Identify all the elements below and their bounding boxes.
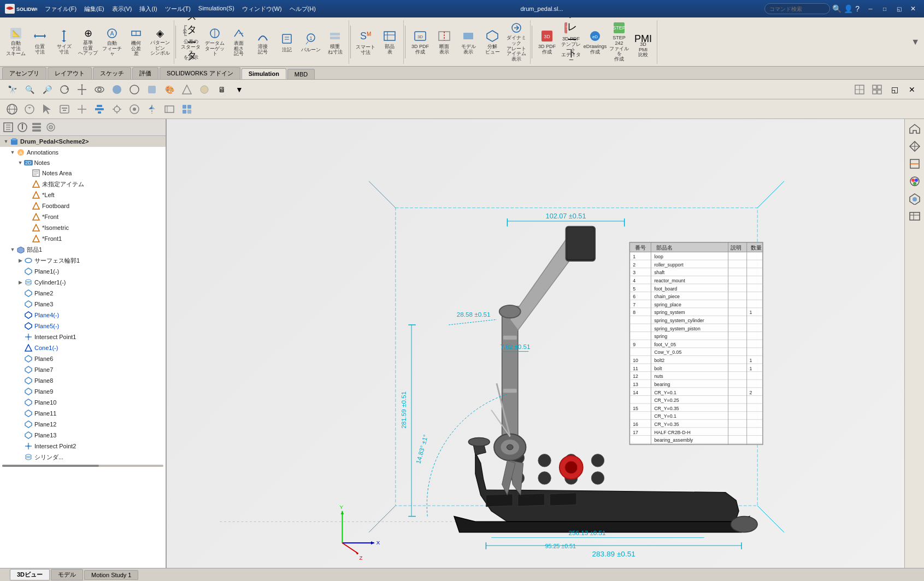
dtb-wireframe[interactable] bbox=[127, 82, 142, 97]
tree-plane5[interactable]: ▶ Plane5(-) bbox=[0, 321, 166, 331]
restore-button[interactable]: □ bbox=[878, 3, 891, 14]
tree-annotations[interactable]: ▼ A Annotations bbox=[0, 147, 166, 158]
menu-edit[interactable]: 編集(E) bbox=[81, 4, 108, 14]
tb-auto-dim[interactable]: 📐 自動寸法スキーム bbox=[4, 28, 27, 56]
tab-evaluate[interactable]: 評価 bbox=[132, 67, 158, 79]
tree-unspecified[interactable]: ▶ 未指定アイテム bbox=[0, 179, 166, 189]
panel-config-icon[interactable] bbox=[31, 121, 43, 133]
minimize-button[interactable]: ─ bbox=[864, 3, 877, 14]
tree-plane12[interactable]: ▶ Plane12 bbox=[0, 419, 166, 430]
tb-pattern[interactable]: ◈ パターンピンシンボル bbox=[149, 28, 172, 56]
tree-isometric[interactable]: ▶ *Isometric bbox=[0, 222, 166, 233]
tree-part1-arrow[interactable]: ▼ bbox=[9, 246, 16, 253]
bottom-tab-3d[interactable]: モデル bbox=[51, 569, 83, 580]
panel-property-icon[interactable] bbox=[16, 121, 28, 133]
tb-part-bom[interactable]: 部品表 bbox=[378, 28, 401, 56]
tab-layout[interactable]: レイアウト bbox=[48, 67, 92, 79]
tb-note[interactable]: 注記 bbox=[275, 28, 298, 56]
tb-weld[interactable]: 溶接記号 bbox=[251, 28, 274, 56]
user-icon[interactable]: 👤 bbox=[844, 4, 853, 13]
tree-surface-contour[interactable]: ▶ サーフェス輪郭1 bbox=[0, 255, 166, 266]
dtb-pan[interactable] bbox=[74, 82, 90, 97]
dtb-panel-close[interactable]: ✕ bbox=[904, 82, 920, 97]
tree-root[interactable]: ▼ Drum_Pedal<Scheme2> bbox=[0, 136, 166, 147]
tree-notes-area[interactable]: ▶ Notes Area bbox=[0, 168, 166, 179]
tb-explode[interactable]: 分解ビュー bbox=[481, 28, 504, 56]
dtb-scene[interactable] bbox=[179, 82, 195, 97]
dtb-appearance[interactable]: 🎨 bbox=[162, 82, 177, 97]
rtb-table[interactable] bbox=[907, 209, 922, 224]
tb-edrawings[interactable]: eD eDrawings作成 bbox=[584, 28, 607, 56]
maximize-button[interactable]: ◱ bbox=[892, 3, 905, 14]
menu-tools[interactable]: ツール(T) bbox=[162, 4, 194, 14]
tree-intersect2[interactable]: ▶ Intersect Point2 bbox=[0, 441, 166, 452]
command-search-input[interactable] bbox=[764, 3, 830, 14]
help-icon[interactable]: ? bbox=[855, 4, 860, 13]
dtb2-move2[interactable] bbox=[74, 102, 90, 117]
tree-notes-arrow[interactable]: ▼ bbox=[16, 159, 24, 167]
rtb-appearance[interactable] bbox=[907, 174, 922, 189]
tree-cylinder1[interactable]: ▶ Cylinder1(-) bbox=[0, 277, 166, 288]
menu-file[interactable]: ファイル(F) bbox=[42, 4, 80, 14]
tb-surface-finish[interactable]: 表面粗さ記号 bbox=[227, 28, 250, 56]
dtb-rotate[interactable] bbox=[57, 82, 72, 97]
tb-auto-feature[interactable]: A 自動フィーチャ bbox=[101, 28, 123, 56]
tb-position-dim[interactable]: 位置寸法 bbox=[28, 28, 51, 56]
tree-plane10[interactable]: ▶ Plane10 bbox=[0, 397, 166, 408]
tb-base-pos[interactable]: ⊕ 基準位置へアップ bbox=[76, 28, 99, 56]
dtb2-target[interactable] bbox=[127, 102, 142, 117]
tree-plane8[interactable]: ▶ Plane8 bbox=[0, 375, 166, 386]
panel-target-icon[interactable] bbox=[45, 121, 57, 133]
tree-plane13[interactable]: ▶ Plane13 bbox=[0, 430, 166, 441]
dtb-extra[interactable]: ▼ bbox=[232, 82, 247, 97]
tree-annotations-arrow[interactable]: ▼ bbox=[9, 149, 16, 156]
tree-left-view[interactable]: ▶ *Left bbox=[0, 189, 166, 200]
tb-geo-tol[interactable]: 機何公差差 bbox=[125, 28, 148, 56]
tree-notes[interactable]: ▼ 2D Notes bbox=[0, 158, 166, 168]
tab-assembly[interactable]: アセンブリ bbox=[2, 67, 46, 79]
tree-plane11[interactable]: ▶ Plane11 bbox=[0, 408, 166, 419]
tree-plane6[interactable]: ▶ Plane6 bbox=[0, 353, 166, 364]
tree-plane7[interactable]: ▶ Plane7 bbox=[0, 364, 166, 375]
menu-view[interactable]: 表示(V) bbox=[109, 4, 136, 14]
dtb-full-screen[interactable] bbox=[869, 82, 885, 97]
dtb-view3[interactable]: 🔎 bbox=[39, 82, 55, 97]
dtb-display-mode[interactable] bbox=[144, 82, 160, 97]
toolbar-expand-btn[interactable]: ▼ bbox=[911, 37, 920, 47]
dtb2-globe[interactable] bbox=[4, 102, 20, 117]
rtb-view-orient[interactable] bbox=[907, 139, 922, 154]
dtb-panel-restore[interactable]: ◱ bbox=[887, 82, 902, 97]
tree-cylinder-more[interactable]: ▶ シリンダ... bbox=[0, 452, 166, 463]
dtb-view1[interactable]: 🔭 bbox=[4, 82, 20, 97]
tree-plane1[interactable]: ▶ Plane1(-) bbox=[0, 266, 166, 277]
viewport[interactable]: 102.07 ±0.51 14.83° ±1° 281.59 ±0.51 28.… bbox=[167, 119, 904, 568]
bottom-tab-model[interactable]: 3Dビュー bbox=[10, 569, 50, 580]
dtb2-align[interactable] bbox=[92, 102, 107, 117]
close-button[interactable]: ✕ bbox=[907, 3, 920, 14]
tb-3dpdf[interactable]: 3D 3D PDF作成 bbox=[535, 28, 558, 56]
tab-mbd[interactable]: MBD bbox=[287, 69, 315, 79]
tree-part1[interactable]: ▼ 部品1 bbox=[0, 244, 166, 255]
tree-plane9[interactable]: ▶ Plane9 bbox=[0, 386, 166, 397]
dtb-shaded[interactable] bbox=[109, 82, 125, 97]
tree-front1[interactable]: ▶ *Front1 bbox=[0, 233, 166, 244]
dtb-orbit[interactable] bbox=[92, 82, 107, 97]
dtb2-filter[interactable] bbox=[57, 102, 72, 117]
dtb-monitor[interactable]: 🖥 bbox=[214, 82, 229, 97]
tb-step[interactable]: STEP STEP242ファイルを作成 bbox=[608, 28, 631, 56]
tree-intersect1[interactable]: ▶ Intersect Point1 bbox=[0, 331, 166, 342]
tree-plane4[interactable]: ▶ Plane4(-) bbox=[0, 310, 166, 321]
search-icon[interactable]: 🔍 bbox=[832, 4, 841, 13]
dtb2-symmetry[interactable] bbox=[144, 102, 160, 117]
rtb-section[interactable] bbox=[907, 156, 922, 171]
tb-model-display[interactable]: モデル表示 bbox=[457, 28, 480, 56]
rtb-home[interactable] bbox=[907, 121, 922, 137]
dtb2-snap[interactable] bbox=[109, 102, 125, 117]
tree-root-arrow[interactable]: ▼ bbox=[2, 138, 10, 145]
dtb-view-popup[interactable] bbox=[852, 82, 867, 97]
dtb2-pattern[interactable] bbox=[179, 102, 195, 117]
tb-smart-dim[interactable]: SM スマート寸法 bbox=[354, 28, 377, 56]
rtb-display[interactable] bbox=[907, 191, 922, 206]
dtb-render[interactable] bbox=[197, 82, 212, 97]
panel-feature-tree-icon[interactable] bbox=[2, 121, 14, 133]
